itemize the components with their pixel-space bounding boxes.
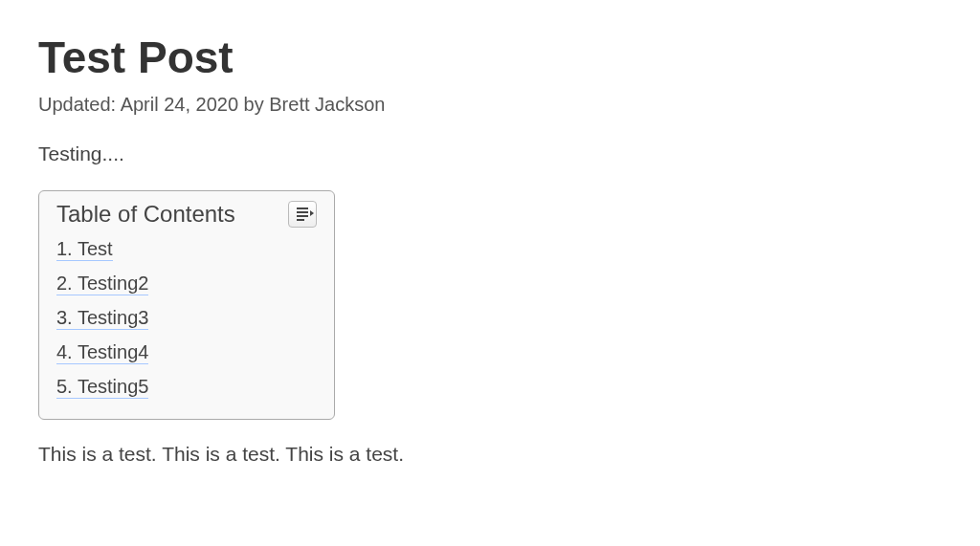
- post-title: Test Post: [38, 33, 942, 82]
- toc-link-5[interactable]: 5. Testing5: [56, 376, 148, 399]
- toc-header: Table of Contents: [56, 201, 317, 228]
- list-collapse-icon: [297, 207, 308, 221]
- toc-list: 1. Test 2. Testing2 3. Testing3 4. Testi…: [56, 233, 317, 402]
- table-of-contents: Table of Contents 1. Test 2. Testing2 3.…: [38, 190, 335, 420]
- toc-item: 5. Testing5: [56, 371, 317, 402]
- toc-item: 1. Test: [56, 233, 317, 264]
- post-body-paragraph: This is a test. This is a test. This is …: [38, 443, 942, 466]
- toc-link-2[interactable]: 2. Testing2: [56, 273, 148, 295]
- toc-link-3[interactable]: 3. Testing3: [56, 307, 148, 330]
- toc-item: 4. Testing4: [56, 337, 317, 367]
- toc-item: 3. Testing3: [56, 302, 317, 333]
- post-intro-text: Testing....: [38, 142, 942, 165]
- post-meta: Updated: April 24, 2020 by Brett Jackson: [38, 94, 942, 116]
- toc-link-1[interactable]: 1. Test: [56, 238, 113, 261]
- toc-item: 2. Testing2: [56, 268, 317, 298]
- toc-link-4[interactable]: 4. Testing4: [56, 341, 148, 364]
- toc-title: Table of Contents: [56, 201, 235, 228]
- toc-toggle-button[interactable]: [288, 201, 317, 228]
